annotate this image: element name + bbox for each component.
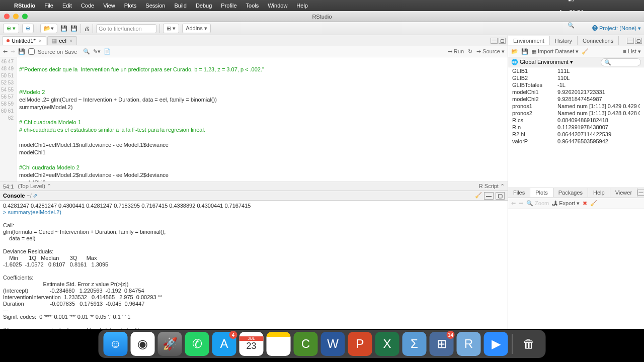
- menu-file[interactable]: File: [44, 3, 53, 9]
- menu-edit[interactable]: Edit: [62, 3, 72, 9]
- menu-code[interactable]: Code: [81, 3, 94, 9]
- close-icon[interactable]: ×: [69, 38, 72, 44]
- back-icon[interactable]: ⬅: [3, 48, 8, 55]
- back-icon[interactable]: ⬅: [511, 200, 516, 207]
- zoom-icon[interactable]: ▶: [484, 332, 508, 356]
- whatsapp-icon[interactable]: ✆: [185, 332, 209, 356]
- chrome-icon[interactable]: ◉: [131, 332, 155, 356]
- console-path-open-icon[interactable]: ⇗: [33, 193, 37, 199]
- menu-session[interactable]: Session: [145, 3, 165, 9]
- console-output[interactable]: 0.4281247 0.4281247 0.4300441 0.4281247 …: [0, 201, 508, 329]
- tab-files[interactable]: Files: [508, 188, 530, 197]
- report-icon[interactable]: 📄: [104, 48, 111, 55]
- rstudio-icon[interactable]: R: [457, 332, 481, 356]
- close-icon[interactable]: ×: [39, 38, 42, 44]
- menu-plots[interactable]: Plots: [124, 3, 136, 9]
- trash-icon[interactable]: 🗑: [517, 332, 541, 356]
- battery-icon[interactable]: ▮▯: [568, 0, 574, 2]
- menu-view[interactable]: View: [103, 3, 115, 9]
- tab-viewer[interactable]: Viewer: [610, 188, 637, 197]
- menu-debug[interactable]: Debug: [196, 3, 212, 9]
- tab-plots[interactable]: Plots: [530, 188, 553, 197]
- import-dataset-button[interactable]: ▦ Import Dataset ▾: [531, 48, 579, 55]
- run-button[interactable]: ➡ Run: [448, 48, 464, 55]
- save-icon[interactable]: 💾: [60, 25, 67, 32]
- addins-button[interactable]: Addins ▾: [182, 24, 211, 33]
- tab-untitled1[interactable]: Untitled1*×: [2, 36, 46, 45]
- project-menu[interactable]: 🅡 Project: (None) ▾: [592, 25, 641, 32]
- save-icon[interactable]: 💾: [521, 48, 528, 55]
- sigma-icon[interactable]: Σ: [403, 332, 427, 356]
- source-on-save-checkbox[interactable]: [28, 48, 35, 55]
- grid-app-icon[interactable]: ⊞14: [430, 332, 454, 356]
- env-var-row[interactable]: modelChi19.92620121723331: [508, 88, 644, 96]
- maximize-pane-icon[interactable]: ▢: [496, 192, 505, 200]
- tab-eel[interactable]: ▦eel×: [47, 36, 77, 45]
- env-var-row[interactable]: R2.hl0.0644207114422539: [508, 131, 644, 138]
- maximize-pane-icon[interactable]: ▢: [635, 38, 642, 44]
- environment-list[interactable]: GLIB1111LGLIB2110LGLIBTotales-1LmodelChi…: [508, 67, 644, 187]
- env-var-row[interactable]: GLIB2110L: [508, 74, 644, 81]
- new-project-button[interactable]: ⊕: [22, 24, 34, 33]
- env-var-row[interactable]: valorP0.964476503595942: [508, 138, 644, 145]
- menu-tools[interactable]: Tools: [246, 3, 259, 9]
- save-all-icon[interactable]: 💾: [70, 25, 77, 32]
- open-file-button[interactable]: 📂▾: [40, 24, 57, 33]
- excel-icon[interactable]: X: [375, 332, 399, 356]
- view-mode-button[interactable]: ≡ List ▾: [623, 48, 641, 55]
- finder-icon[interactable]: ☺: [104, 332, 128, 356]
- minimize-pane-icon[interactable]: —: [627, 38, 634, 44]
- print-icon[interactable]: 🖨: [84, 26, 90, 32]
- wand-icon[interactable]: ✎▾: [93, 48, 101, 55]
- env-var-row[interactable]: pronos2Named num [1:113] 0.428 0.428 0…: [508, 110, 644, 117]
- minimize-pane-icon[interactable]: —: [637, 190, 644, 196]
- env-var-row[interactable]: pronos1Named num [1:113] 0.429 0.429 0…: [508, 103, 644, 110]
- broom-icon[interactable]: 🧹: [590, 200, 597, 207]
- broom-icon[interactable]: 🧹: [582, 48, 589, 55]
- traffic-lights[interactable]: [4, 14, 28, 19]
- menu-build[interactable]: Build: [174, 3, 186, 9]
- menu-window[interactable]: Window: [268, 3, 287, 9]
- zoom-button[interactable]: 🔍 Zoom: [526, 200, 549, 207]
- notes-icon[interactable]: [267, 332, 291, 356]
- new-file-button[interactable]: ⊕ ▾: [3, 24, 19, 33]
- forward-icon[interactable]: ➡: [519, 200, 523, 207]
- word-icon[interactable]: W: [321, 332, 345, 356]
- find-icon[interactable]: 🔍: [83, 48, 90, 55]
- save-icon[interactable]: 💾: [18, 48, 25, 55]
- tab-history[interactable]: History: [550, 36, 578, 45]
- tab-connections[interactable]: Connections: [578, 36, 619, 45]
- source-button[interactable]: ➡ Source ▾: [476, 48, 505, 55]
- grid-button[interactable]: ⊞ ▾: [163, 24, 179, 33]
- rerun-icon[interactable]: ↻: [468, 48, 472, 55]
- search-icon[interactable]: 🔍: [568, 22, 575, 29]
- broom-icon[interactable]: 🧹: [475, 192, 482, 200]
- camtasia-icon[interactable]: C: [294, 332, 318, 356]
- env-var-row[interactable]: modelChi29.9281847454987: [508, 96, 644, 103]
- env-var-row[interactable]: R.cs0.084094869182418: [508, 117, 644, 124]
- launchpad-icon[interactable]: 🚀: [158, 332, 182, 356]
- env-var-row[interactable]: R.n0.112991978438007: [508, 124, 644, 131]
- env-var-row[interactable]: GLIB1111L: [508, 67, 644, 74]
- tab-help[interactable]: Help: [588, 188, 610, 197]
- appstore-icon[interactable]: A4: [212, 332, 236, 356]
- load-icon[interactable]: 📂: [511, 48, 518, 55]
- env-var-row[interactable]: GLIBTotales-1L: [508, 81, 644, 88]
- remove-icon[interactable]: ✖: [583, 200, 587, 207]
- tab-environment[interactable]: Environment: [508, 36, 550, 45]
- calendar-icon[interactable]: JUL23: [239, 332, 264, 356]
- maximize-pane-icon[interactable]: ▢: [499, 38, 506, 44]
- goto-file-input[interactable]: Go to file/function: [96, 24, 156, 33]
- powerpoint-icon[interactable]: P: [348, 332, 372, 356]
- scope-selector[interactable]: 🌐 Global Environment ▾: [511, 59, 573, 65]
- menu-profile[interactable]: Profile: [221, 3, 236, 9]
- minimize-pane-icon[interactable]: —: [484, 192, 494, 200]
- menu-help[interactable]: Help: [296, 3, 308, 9]
- export-button[interactable]: 🏞 Export ▾: [552, 200, 580, 207]
- env-search-input[interactable]: [601, 58, 641, 66]
- code-editor[interactable]: 46 47 48 49 50 51 52 53 54 55 56 57 58 5…: [0, 57, 508, 182]
- scope-indicator[interactable]: (Top Level) ⌃: [18, 183, 51, 190]
- app-name[interactable]: RStudio: [14, 3, 35, 9]
- tab-packages[interactable]: Packages: [553, 188, 588, 197]
- file-type[interactable]: R Script ⌃: [479, 183, 505, 190]
